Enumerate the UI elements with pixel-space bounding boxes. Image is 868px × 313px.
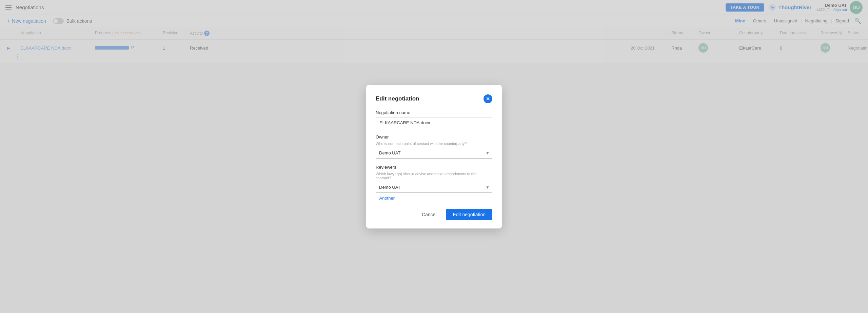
- modal-overlay: Edit negotiation ✕ Negotiation name Owne…: [0, 0, 868, 64]
